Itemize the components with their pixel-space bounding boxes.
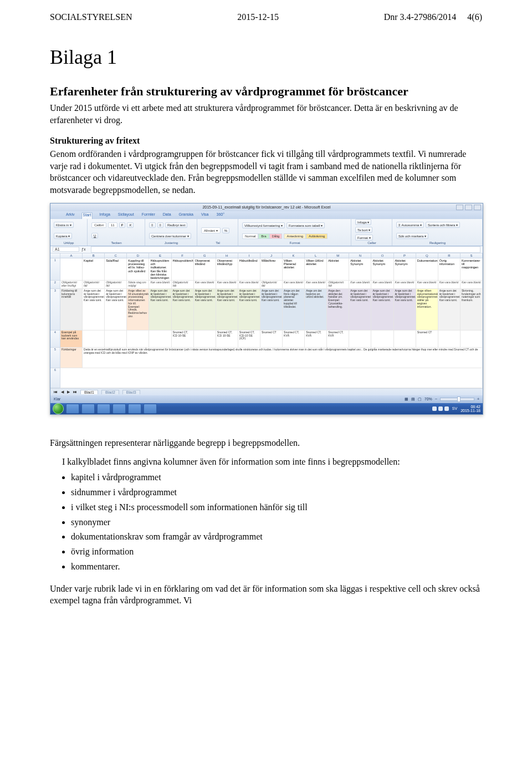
cell-C2[interactable]: Obligatoriskt fält: [105, 281, 127, 289]
sheet-tab-3[interactable]: Blad3: [122, 390, 140, 394]
cell-E2[interactable]: Kan vara blankt: [149, 281, 171, 289]
cell-F3[interactable]: Ange som det är beskrivet i vårdprogramm…: [172, 289, 194, 330]
col-G[interactable]: G: [194, 253, 216, 258]
cell-L4[interactable]: Snomed CT, KVÅ: [305, 330, 327, 348]
cell-R1[interactable]: Övrig information: [438, 258, 461, 281]
name-box[interactable]: A1: [53, 247, 79, 252]
empty-area[interactable]: [60, 368, 483, 388]
cell-G3[interactable]: Ange som det är beskrivet i vårdprogramm…: [194, 289, 216, 330]
col-N[interactable]: N: [349, 253, 371, 258]
cell-K3[interactable]: Ange om det finns någon planerad aktivit…: [283, 289, 305, 330]
clipboard-group[interactable]: Klistra in ▾ Kopiera ▾: [54, 221, 84, 241]
maximize-icon[interactable]: [465, 205, 472, 210]
editing-group[interactable]: Σ Autosumma ▾ Sortera och filtrera ▾ Sök…: [396, 221, 479, 241]
tab-granska[interactable]: Granska: [178, 212, 195, 219]
cell-E4[interactable]: [149, 330, 171, 348]
tray-icon[interactable]: [432, 406, 437, 411]
col-F[interactable]: F: [172, 253, 194, 258]
sheet-nav-prev-icon[interactable]: ◀: [61, 390, 64, 394]
minimize-icon[interactable]: [456, 205, 463, 210]
cell-J2[interactable]: Obligatoriskt fält: [260, 281, 283, 289]
font-name-select[interactable]: Calibri: [91, 222, 106, 228]
col-O[interactable]: O: [371, 253, 393, 258]
find-select-button[interactable]: Sök och markera ▾: [396, 233, 428, 239]
align-left-icon[interactable]: ≡: [149, 222, 156, 228]
cell-F4[interactable]: Snomed CT, ICD 10-SE: [172, 330, 194, 348]
cell-styles-gallery-2[interactable]: Anteckning Avlänkning: [284, 233, 328, 239]
bold-button[interactable]: F: [119, 222, 126, 228]
cell-S1[interactable]: Kommentarer till mappningen: [461, 258, 483, 281]
tab-infoga[interactable]: Infoga: [98, 212, 111, 219]
close-icon[interactable]: [474, 205, 481, 210]
row-head-6[interactable]: 6: [50, 368, 60, 388]
cell-M1[interactable]: Aktivitet: [327, 258, 349, 281]
cell-D2[interactable]: Nästa steg om möjligt: [127, 281, 149, 289]
percent-button[interactable]: %: [222, 228, 229, 233]
sheet-nav-next-icon[interactable]: ▶: [67, 390, 70, 394]
tray-icon[interactable]: [444, 406, 449, 411]
zoom-controls[interactable]: ▦ ▤ ▢ 70% − +: [405, 397, 479, 401]
formula-bar-input[interactable]: [91, 246, 480, 253]
ribbon-tabs[interactable]: Arkiv Start Infoga Sidlayout Formler Dat…: [50, 211, 483, 219]
merge-button[interactable]: Centrera över kolumner ▾: [149, 233, 191, 239]
cell-K1[interactable]: Vilken Planerad aktivitet: [283, 258, 305, 281]
sheet-nav-first-icon[interactable]: ⏮: [54, 390, 58, 394]
zoom-in-icon[interactable]: +: [477, 397, 479, 401]
cell-G4[interactable]: [194, 330, 216, 348]
tab-data[interactable]: Data: [162, 212, 172, 219]
cell-A5[interactable]: Förklaringar: [60, 348, 83, 368]
cell-N2[interactable]: Kan vara blankt: [349, 281, 371, 289]
wrap-text-button[interactable]: Radbryt text: [165, 222, 187, 228]
cell-J3[interactable]: Ange som det är beskrivet i vårdprogramm…: [260, 289, 283, 330]
col-Q[interactable]: Q: [416, 253, 438, 258]
cell-P4[interactable]: [394, 330, 416, 348]
view-normal-icon[interactable]: ▦: [405, 397, 408, 401]
cell-S3[interactable]: Skrivning, funderingar och noteringar so…: [461, 289, 483, 330]
cell-Q4[interactable]: Snomed CT: [416, 330, 438, 348]
sort-filter-button[interactable]: Sortera och filtrera ▾: [426, 222, 460, 228]
cell-J4[interactable]: Snomed CT: [260, 330, 283, 348]
italic-button[interactable]: K: [127, 222, 134, 228]
select-all-corner[interactable]: [50, 253, 60, 258]
taskbar-lang[interactable]: SV: [452, 406, 457, 410]
taskbar-excel-icon[interactable]: [128, 404, 141, 414]
col-P[interactable]: P: [394, 253, 416, 258]
col-S[interactable]: S: [461, 253, 483, 258]
cell-N4[interactable]: [349, 330, 371, 348]
tab-sidlayout[interactable]: Sidlayout: [117, 212, 135, 219]
cell-B5-merged[interactable]: Detta är en excelmall/protokoll som anvä…: [83, 348, 483, 368]
taskbar-clock[interactable]: 08:42 2015-11-18: [461, 405, 480, 413]
cell-K4[interactable]: Snomed CT, KVÅ: [283, 330, 305, 348]
cell-D3[interactable]: Ange vilket av NI:s/socialstyrelsens pro…: [127, 289, 149, 330]
row-head-4[interactable]: 4: [50, 330, 60, 348]
align-center-icon[interactable]: ≡: [157, 222, 164, 228]
style-dalig[interactable]: Dålig: [269, 233, 283, 239]
cells-group[interactable]: Infoga ▾ Ta bort ▾ Format ▾: [355, 219, 388, 241]
conditional-formatting-button[interactable]: Villkorsstyrd formatering ▾: [242, 222, 285, 228]
tab-start[interactable]: Start: [81, 212, 93, 219]
sheet-tabs[interactable]: ⏮ ◀ ▶ ⏭ Blad1 Blad2 Blad3: [50, 388, 483, 395]
style-anteckning[interactable]: Anteckning: [284, 233, 306, 239]
col-J[interactable]: J: [260, 253, 283, 258]
taskbar-powerpoint-icon[interactable]: [144, 404, 157, 414]
cell-R3[interactable]: Ange som det är beskrivet i vårdprogramm…: [438, 289, 461, 330]
taskbar-explorer-icon[interactable]: [81, 404, 95, 414]
cell-H3[interactable]: Ange som det är beskrivet i vårdprogramm…: [216, 289, 238, 330]
cell-P2[interactable]: Kan vara blankt: [394, 281, 416, 289]
cell-S2[interactable]: Kan vara blankt: [461, 281, 483, 289]
col-B[interactable]: B: [83, 253, 105, 258]
cell-O2[interactable]: Kan vara blankt: [371, 281, 393, 289]
row-head-2[interactable]: 2: [50, 281, 60, 289]
cell-A3[interactable]: Förklaring till kolumnens innehåll: [60, 289, 83, 330]
cell-B2[interactable]: Obligatoriskt fält: [83, 281, 105, 289]
row-head-3[interactable]: 3: [50, 289, 60, 330]
sheet-tab-1[interactable]: Blad1: [80, 390, 98, 394]
style-normal[interactable]: Normal: [242, 233, 258, 239]
cell-P3[interactable]: Ange som det är beskrivet i vårdprogramm…: [394, 289, 416, 330]
cell-Q1[interactable]: Dokumentationskrav: [416, 258, 438, 281]
col-H[interactable]: H: [216, 253, 238, 258]
windows-taskbar[interactable]: SV 08:42 2015-11-18: [50, 403, 483, 414]
cell-F1[interactable]: Hälsoproblem/typ: [172, 258, 194, 281]
cell-C1[interactable]: Sida/Rad: [105, 258, 127, 281]
cell-N3[interactable]: Ange som det är beskrivet i vårdprogramm…: [349, 289, 371, 330]
